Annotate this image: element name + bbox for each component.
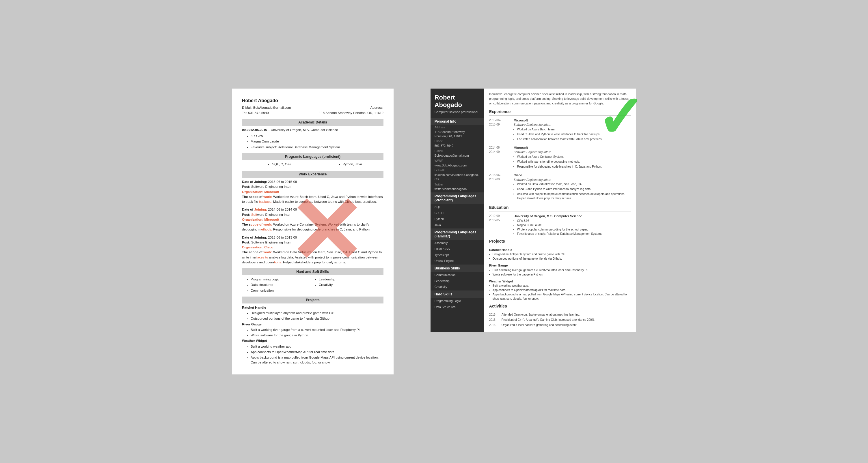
left-proj2-b1: App connects to OpenWeatherMap API for r… <box>251 350 383 355</box>
left-work-2-post: Post: Software Engineering Intern <box>242 240 383 245</box>
sidebar-prog-prof-python: Python <box>431 216 484 222</box>
right-edu-0-b3: Favorite area of study: Relational Datab… <box>517 232 631 236</box>
sidebar-prog-prof-section: Programming Languages (Proficient) <box>431 192 484 204</box>
right-exp-2-content: Cisco Software Engineering Intern Worked… <box>514 173 631 200</box>
left-phone: Tel: 501-872-5940 <box>242 110 291 115</box>
right-exp-2-company: Cisco <box>514 173 631 178</box>
right-activity-0-year: 2015 <box>489 312 499 317</box>
right-experience-title: Experience <box>489 109 631 116</box>
left-work-1-joining: Date of Joining: 2014-06 to 2014-09 <box>242 207 383 212</box>
sidebar-address-val: 118 Second StonewayPoneton, OR, 11619 <box>431 129 484 139</box>
left-project-1-title: River Gauge <box>242 322 383 327</box>
left-prog-header: Programic Languages (proficient) <box>242 153 383 160</box>
left-project-2-title: Weather Widget <box>242 338 383 343</box>
right-exp-2-bullets: Worked on Data Virtualization team, San … <box>517 182 631 200</box>
sidebar-linkedin-val: linkedin.com/in/robert-t-abogado-CS <box>431 172 484 182</box>
left-project-0-bullets: Designed multiplayer labyrinth and puzzl… <box>251 311 383 321</box>
right-activities: 2015 Attended Quackcon. Spoke on panel a… <box>489 312 631 327</box>
left-prog-col1-list: SQL, C, C++ <box>272 162 291 167</box>
left-work-0-org: Organization: Microsoft <box>242 190 383 194</box>
left-academic-header: Academic Details <box>242 119 383 126</box>
right-summary: Inquisitive, energetic computer science … <box>489 92 631 106</box>
right-project-2-bullets: Built a working weather app. App connect… <box>493 284 631 301</box>
main-container: Robert Abogado E-Mail: BobAbogado@gmail.… <box>232 89 636 374</box>
sidebar-name-block: RobertAbogado Computer science professio… <box>431 89 484 117</box>
left-contact-left: E-Mail: BobAbogado@gmail.com Tel: 501-87… <box>242 105 291 115</box>
right-proj0-b1: Outsourced portions of the game to frien… <box>493 257 631 261</box>
left-prog-row: SQL, C, C++ Python, Java <box>242 162 383 167</box>
right-name: RobertAbogado <box>435 94 480 108</box>
left-skill-2: Communication <box>251 288 315 293</box>
left-skills-header: Hard and Soft Skills <box>242 268 383 275</box>
sidebar-business-1: Leadership <box>431 278 484 284</box>
left-address-val: 118 Second Stoneway Poneton, OR, 11619 <box>319 110 383 115</box>
right-exp-1-b2: Responsible for debugging code branches … <box>517 164 631 169</box>
left-contact-right: Address: 118 Second Stoneway Poneton, OR… <box>319 105 383 115</box>
right-exp-0-b2: Facilitated collaboration between teams … <box>517 137 631 141</box>
right-activity-2: 2016 Organized a local hacker's gatherin… <box>489 323 631 327</box>
right-exp-0-b1: Used C, Java and Python to write interfa… <box>517 132 631 136</box>
sidebar-prog-prof-java: Java <box>431 222 484 228</box>
left-prog-col1: SQL, C, C++ <box>264 162 291 167</box>
left-project-1: River Gauge Built a working river gauge … <box>242 322 383 338</box>
right-exp-1-b1: Worked with teams to refine debugging me… <box>517 160 631 164</box>
left-academic-bullet-1: Magna Cum Laude <box>251 139 383 144</box>
right-proj2-b1: App connects to OpenWeatherMap API for r… <box>493 288 631 292</box>
left-academic-degree: University of Oregon, M.S. Computer Scie… <box>271 128 338 132</box>
left-skills-list: Programming Logic Data structures Commun… <box>251 277 383 293</box>
right-exp-0-content: Microsoft Software Engineering Intern Wo… <box>514 118 631 141</box>
right-exp-2-b1: Used C and Python to write interfaces to… <box>517 187 631 191</box>
left-academic-dates: 09.2012-05.2016 – <box>242 128 270 132</box>
sidebar-email-val: BobAbogado@gmail.com <box>431 153 484 159</box>
right-resume: RobertAbogado Computer science professio… <box>431 89 636 332</box>
left-work-0-post: Post: Software Engineering Intern <box>242 184 383 189</box>
left-work-2: Date of Joining: 2013-06 to 2013-09 Post… <box>242 235 383 265</box>
left-project-2: Weather Widget Built a working weather a… <box>242 338 383 365</box>
right-proj2-b0: Built a working weather app. <box>493 284 631 288</box>
right-proj0-b0: Designed multiplayer labyrinth and puzzl… <box>493 252 631 257</box>
left-academic-bullets: 3,7 GPA Magna Cum Laude Favourite subjec… <box>251 134 383 150</box>
left-project-1-bullets: Built a working river gauge from a culve… <box>251 327 383 338</box>
left-work-2-org: Organization: Cisco <box>242 245 383 250</box>
right-projects-title: Projects <box>489 238 631 245</box>
left-proj0-b0: Designed multiplayer labyrinth and puzzl… <box>251 311 383 316</box>
left-project-0: Ratchet Handle Designed multiplayer laby… <box>242 305 383 321</box>
left-academic-bullet-2: Favourite subject: Relational Database M… <box>251 145 383 150</box>
left-address-label: Address: <box>319 105 383 110</box>
right-activity-1-year: 2016 <box>489 318 499 322</box>
sidebar-hard-section: Hard Skills <box>431 291 484 298</box>
right-activity-2-year: 2016 <box>489 323 499 327</box>
sidebar-prog-prof-sql: SQL <box>431 204 484 210</box>
left-academic-entry: 09.2012-05.2016 – University of Oregon, … <box>242 128 383 132</box>
sidebar-business-section: Business Skills <box>431 265 484 272</box>
right-exp-0-role: Software Engineering Intern <box>514 123 631 127</box>
right-exp-2-dates: 2013-06 -2013-09 <box>489 173 512 181</box>
left-proj1-b0: Built a working river gauge from a culve… <box>251 327 383 332</box>
right-project-1-bullets: Built a working river gauge from a culve… <box>493 268 631 277</box>
sidebar-hard-0: Programming Logic <box>431 298 484 304</box>
right-exp-1: 2014-06 -2014-09 Microsoft Software Engi… <box>489 145 631 169</box>
right-exp-0: 2015-06 -2015-09 Microsoft Software Engi… <box>489 118 631 142</box>
left-resume: Robert Abogado E-Mail: BobAbogado@gmail.… <box>232 89 394 374</box>
left-skill-3: Leadership <box>319 277 383 282</box>
right-activities-title: Activities <box>489 303 631 310</box>
left-resume-wrapper: Robert Abogado E-Mail: BobAbogado@gmail.… <box>232 89 419 374</box>
right-activity-1: 2016 President of C++'s Arcangel's Gamin… <box>489 318 631 322</box>
left-skill-4: Creativity <box>319 283 383 287</box>
right-resume-wrapper: RobertAbogado Computer science professio… <box>431 89 636 332</box>
left-work-1: Date of Joining: 2014-06 to 2014-09 Post… <box>242 207 383 232</box>
left-prog-col2-list: Python, Java <box>343 162 362 167</box>
left-work-0-joining: Date of Joining: 2015-06 to 2015-09 <box>242 179 383 184</box>
right-edu-0-b1: Magna Cum Laude <box>517 223 631 227</box>
right-education-title: Education <box>489 204 631 211</box>
left-name: Robert Abogado <box>242 97 383 104</box>
right-exp-1-role: Software Engineering Intern <box>514 150 631 155</box>
left-project-2-bullets: Built a working weather app. App connect… <box>251 344 383 365</box>
left-skill-0: Programming Logic <box>251 277 315 282</box>
left-work-0-scope: The scope of work: Worked on Azure Batch… <box>242 194 383 204</box>
left-proj2-b2: App's background is a map pulled from Go… <box>251 355 383 365</box>
sidebar-prog-prof-cpp: C, C++ <box>431 210 484 216</box>
right-exp-0-dates: 2015-06 -2015-09 <box>489 118 512 127</box>
right-project-2: Weather Widget Built a working weather a… <box>489 279 631 301</box>
left-proj2-b0: Built a working weather app. <box>251 344 383 349</box>
